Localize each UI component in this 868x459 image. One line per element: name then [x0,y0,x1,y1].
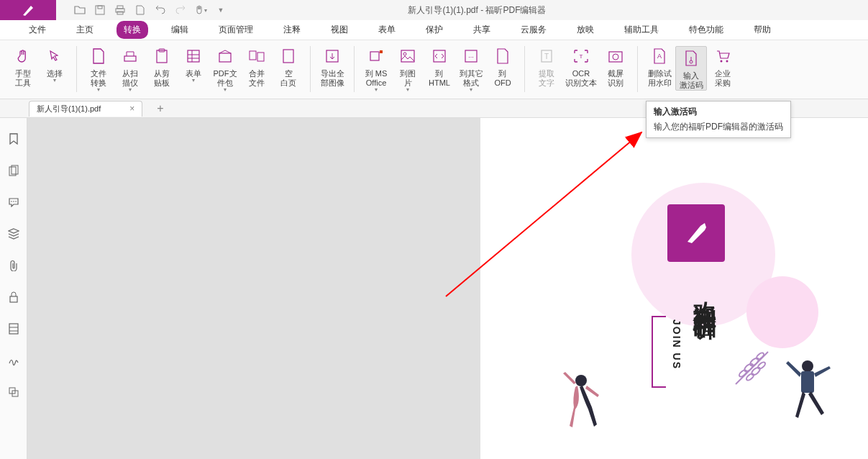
svg-text:···: ··· [468,53,474,60]
print-icon[interactable] [111,1,129,19]
attachment-icon[interactable] [7,259,20,272]
svg-rect-15 [283,50,293,63]
svg-rect-39 [9,324,18,334]
menu-convert[interactable]: 转换 [117,21,148,39]
menu-edit[interactable]: 编辑 [164,21,196,39]
dropdown-icon[interactable]: ▼ [211,1,230,19]
open-icon[interactable] [70,1,89,19]
save-icon[interactable] [91,1,109,19]
to-image-button[interactable]: 到图 片▾ [392,46,424,93]
to-html-button[interactable]: 到 HTML [424,46,455,93]
document-area[interactable]: JOIN US 欢迎来到福昕 [27,118,868,459]
fields-icon[interactable] [7,322,20,335]
welcome-text: 欢迎来到福昕 [689,283,721,301]
svg-point-31 [721,60,723,63]
form-icon [183,46,204,66]
export-icon [322,46,342,66]
ocr-button[interactable]: TOCR 识别文本 [562,46,600,88]
activation-code-button[interactable]: 输入 激活码 [675,46,707,91]
hand-small-icon[interactable]: ▾ [191,1,210,19]
tooltip: 输入激活码 输入您的福昕PDF编辑器的激活码 [646,101,791,138]
extract-text-button[interactable]: T提取 文字 [531,46,562,88]
menu-accessibility[interactable]: 辅助工具 [617,21,666,39]
svg-point-45 [738,369,747,378]
svg-point-37 [15,201,17,202]
page-icon[interactable] [131,1,150,19]
remove-watermark-button[interactable]: A删除试 用水印 [644,46,675,91]
new-tab-button[interactable]: + [157,102,163,115]
file-convert-button[interactable]: 文件 转换▾ [83,46,114,93]
comments-icon[interactable] [7,196,20,209]
select-button[interactable]: 选择▾ [39,46,70,88]
layers-icon[interactable] [7,227,20,240]
pages-icon[interactable] [7,164,20,177]
close-tab-icon[interactable]: × [129,104,134,114]
cart-icon [713,46,733,66]
merge-button[interactable]: 合并 文件 [241,46,273,93]
to-msoffice-button[interactable]: 到 MS Office▾ [360,46,392,93]
menu-share[interactable]: 共享 [466,21,498,39]
leaf-decoration [728,341,779,394]
other-format-icon: ··· [461,46,481,66]
menu-bar: 文件 主页 转换 编辑 页面管理 注释 视图 表单 保护 共享 云服务 放映 辅… [0,20,868,40]
menu-form[interactable]: 表单 [371,21,403,39]
to-other-button[interactable]: ···到其它 格式▾ [455,46,487,93]
screenshot-icon [606,46,626,66]
svg-rect-27 [609,52,622,62]
pdf-package-button[interactable]: PDF文 件包▾ [209,46,241,93]
document-tab[interactable]: 新人引导(1)(1).pdf × [29,101,142,117]
redo-icon[interactable] [171,1,190,19]
image-icon [398,46,418,66]
menu-page[interactable]: 页面管理 [211,21,260,39]
svg-point-52 [575,375,587,386]
menu-show[interactable]: 放映 [570,21,601,39]
svg-rect-19 [401,50,414,62]
blank-page-button[interactable]: 空 白页 [273,46,304,93]
enterprise-button[interactable]: 企业 采购 [707,46,739,91]
tooltip-description: 输入您的福昕PDF编辑器的激活码 [654,121,783,133]
svg-point-48 [755,352,764,360]
overlap-icon[interactable] [7,386,20,399]
svg-point-28 [613,54,618,60]
to-ofd-button[interactable]: 到 OFD [487,46,518,93]
file-icon [88,46,109,66]
office-icon [366,46,386,66]
svg-rect-18 [380,50,383,53]
form-button[interactable]: 表单▾ [178,46,209,93]
menu-special[interactable]: 特色功能 [682,21,731,39]
foxit-logo [667,204,725,262]
bookmark-icon[interactable] [7,132,20,145]
svg-text:A: A [657,53,662,60]
menu-cloud[interactable]: 云服务 [513,21,554,39]
extract-icon: T [536,46,557,66]
signature-icon[interactable] [7,354,20,367]
hand-tool-button[interactable]: 手型 工具 [7,46,39,88]
svg-point-36 [13,201,14,202]
menu-protect[interactable]: 保护 [419,21,450,39]
undo-icon[interactable] [151,1,170,19]
document-tab-label: 新人引导(1)(1).pdf [37,104,101,114]
svg-point-32 [726,60,728,63]
person-illustration-2 [775,355,840,437]
svg-text:T: T [544,53,549,60]
export-images-button[interactable]: 导出全 部图像 [316,46,348,88]
svg-rect-54 [801,371,814,393]
svg-rect-6 [157,50,167,63]
svg-rect-8 [188,50,199,62]
menu-comment[interactable]: 注释 [276,21,308,39]
from-scanner-button[interactable]: 从扫 描仪▾ [114,46,146,93]
hand-icon [13,46,33,66]
security-icon[interactable] [7,291,20,304]
svg-point-53 [802,360,813,372]
pdf-page: JOIN US 欢迎来到福昕 [480,118,868,459]
ofd-icon [493,46,513,66]
svg-rect-12 [219,53,231,62]
menu-help[interactable]: 帮助 [746,21,778,39]
screenshot-ocr-button[interactable]: 截屏 识别 [600,46,631,88]
menu-file[interactable]: 文件 [22,21,53,39]
menu-view[interactable]: 视图 [324,21,355,39]
from-clipboard-button[interactable]: 从剪 贴板 [146,46,178,93]
menu-home[interactable]: 主页 [69,21,101,39]
window-title: 新人引导(1)(1).pdf - 福昕PDF编辑器 [230,4,868,17]
svg-point-35 [11,201,12,202]
